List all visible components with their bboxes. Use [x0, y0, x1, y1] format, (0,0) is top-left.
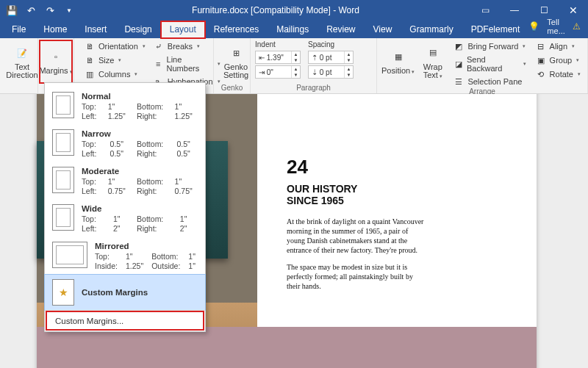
window-title: Furniture.docx [Compatibility Mode] - Wo… — [81, 5, 470, 15]
save-icon[interactable]: 💾 — [4, 3, 19, 18]
page-number: 24 — [287, 156, 526, 178]
margins-button[interactable]: ▫ Margins▾ — [40, 40, 72, 83]
indent-left-input[interactable]: ⇤ 1.39"▲▼ — [255, 51, 301, 64]
position-icon: ▦ — [388, 48, 409, 65]
warning-icon: ⚠ — [573, 21, 581, 32]
photo-band — [37, 327, 537, 368]
spacing-after-input[interactable]: ⇣ 0 pt▲▼ — [308, 65, 354, 79]
position-button[interactable]: ▦ Position▾ — [381, 40, 415, 83]
group-button[interactable]: ▣Group▾ — [533, 54, 583, 66]
margins-option-moderate[interactable]: Moderate Top:1" Bottom:1" Left:0.75" Rig… — [45, 162, 205, 200]
orientation-icon: 🗎 — [84, 41, 96, 51]
size-button[interactable]: 🗎Size▾ — [82, 54, 148, 66]
selection-pane-button[interactable]: ☰Selection Pane — [451, 76, 528, 87]
spacing-label: Spacing — [308, 40, 354, 49]
margin-preview-icon — [52, 167, 74, 193]
breaks-icon: ⤶ — [153, 41, 165, 51]
ribbon-options-icon[interactable]: ▭ — [470, 0, 500, 21]
margin-preview-icon — [52, 92, 74, 118]
rotate-button[interactable]: ⟲Rotate▾ — [533, 68, 583, 80]
margins-option-wide[interactable]: Wide Top:1" Bottom:1" Left:2" Right:2" — [45, 200, 205, 237]
breaks-button[interactable]: ⤶Breaks▾ — [151, 40, 223, 52]
tab-references[interactable]: References — [205, 21, 268, 38]
orientation-button[interactable]: 🗎Orientation▾ — [82, 40, 148, 52]
margin-preview-icon — [52, 129, 74, 156]
columns-button[interactable]: ▥Columns▾ — [82, 68, 148, 80]
margin-preview-icon — [52, 279, 74, 306]
wrap-text-icon: ▤ — [423, 44, 443, 62]
genko-setting-button[interactable]: ⊞ GenkoSetting — [218, 40, 254, 83]
doc-paragraph-1: At the brink of daylight on a quaint Van… — [287, 217, 426, 255]
tab-layout[interactable]: Layout — [161, 21, 205, 38]
margin-preview-icon — [52, 204, 74, 231]
margins-option-custom[interactable]: Custom Margins — [44, 274, 206, 311]
tab-pdfelement[interactable]: PDFelement — [462, 21, 529, 38]
line-numbers-icon: ≡ — [153, 59, 164, 69]
tab-design[interactable]: Design — [115, 21, 160, 38]
title-bar: 💾 ↶ ↷ ▼ Furniture.docx [Compatibility Mo… — [0, 0, 588, 21]
doc-heading-1: OUR HISTORY — [287, 183, 526, 195]
margins-option-normal[interactable]: Normal Top:1" Bottom:1" Left:1.25" Right… — [45, 87, 205, 125]
minimize-button[interactable]: — — [500, 0, 529, 21]
rotate-icon: ⟲ — [535, 69, 547, 79]
align-icon: ⊟ — [535, 41, 547, 51]
spacing-before-input[interactable]: ⇡ 0 pt▲▼ — [308, 51, 354, 64]
tab-home[interactable]: Home — [35, 21, 76, 38]
selection-pane-icon: ☰ — [453, 76, 465, 87]
group-label-paragraph: Paragraph — [255, 84, 372, 92]
margins-icon: ▫ — [46, 48, 66, 65]
tab-view[interactable]: View — [365, 21, 401, 38]
bring-forward-icon: ◩ — [453, 41, 465, 51]
text-direction-button[interactable]: 📝 Text Direction — [4, 40, 40, 83]
tab-grammarly[interactable]: Grammarly — [401, 21, 462, 38]
ribbon-tabs: File Home Insert Design Layout Reference… — [0, 21, 588, 38]
line-numbers-button[interactable]: ≡Line Numbers▾ — [151, 54, 223, 73]
qat-customize-icon[interactable]: ▼ — [62, 3, 76, 18]
send-backward-icon: ◪ — [453, 59, 464, 69]
redo-icon[interactable]: ↷ — [43, 3, 57, 18]
tab-review[interactable]: Review — [318, 21, 364, 38]
send-backward-button[interactable]: ◪Send Backward▾ — [451, 54, 528, 73]
indent-label: Indent — [255, 40, 301, 49]
lightbulb-icon: 💡 — [528, 21, 539, 32]
bring-forward-button[interactable]: ◩Bring Forward▾ — [451, 40, 528, 52]
doc-paragraph-2: The space may be modest in size but it i… — [287, 262, 426, 291]
custom-margins-menu-item[interactable]: Custom Margins... — [45, 310, 205, 331]
tell-me-search[interactable]: Tell me... — [547, 18, 564, 35]
margin-preview-icon — [52, 242, 87, 268]
group-label-genko: Genko — [218, 84, 245, 92]
indent-right-input[interactable]: ⇥ 0"▲▼ — [255, 65, 301, 79]
margins-dropdown: Normal Top:1" Bottom:1" Left:1.25" Right… — [44, 82, 206, 332]
tab-file[interactable]: File — [3, 21, 35, 38]
tab-insert[interactable]: Insert — [76, 21, 115, 38]
margins-option-narrow[interactable]: Narrow Top:0.5" Bottom:0.5" Left:0.5" Ri… — [45, 125, 205, 162]
doc-heading-2: SINCE 1965 — [287, 195, 526, 206]
align-button[interactable]: ⊟Align▾ — [533, 40, 583, 52]
columns-icon: ▥ — [84, 69, 96, 79]
text-direction-icon: 📝 — [12, 44, 32, 62]
genko-icon: ⊞ — [226, 44, 246, 62]
group-icon: ▣ — [535, 55, 547, 65]
tab-mailings[interactable]: Mailings — [268, 21, 318, 38]
margins-option-mirrored[interactable]: Mirrored Top:1" Bottom:1" Inside:1.25" O… — [45, 237, 205, 275]
wrap-text-button[interactable]: ▤ Wrap Text▾ — [419, 40, 446, 83]
undo-icon[interactable]: ↶ — [24, 3, 38, 18]
size-icon: 🗎 — [84, 55, 96, 65]
